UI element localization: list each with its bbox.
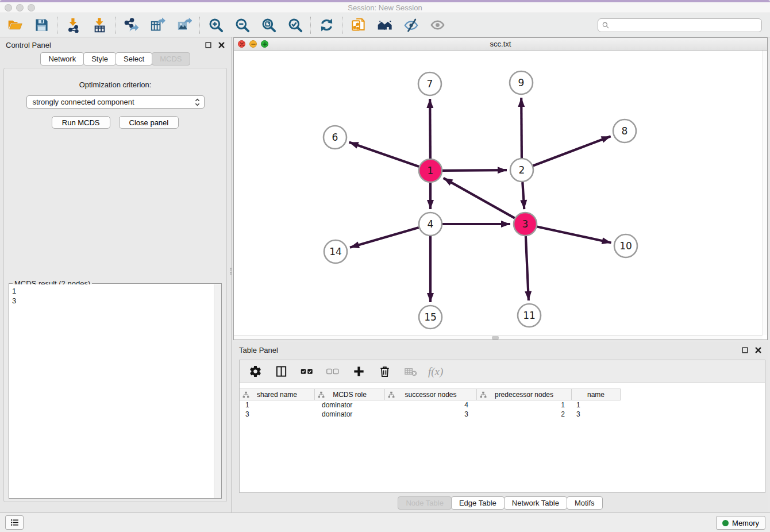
save-button[interactable] [32, 16, 51, 34]
column-header-shared-name[interactable]: shared name [240, 389, 315, 400]
mcds-result-group: MCDS result (2 nodes) 1 3 [9, 283, 222, 499]
refresh-button[interactable] [317, 16, 336, 34]
edge-2-9[interactable] [521, 98, 522, 158]
column-header-name[interactable]: name [572, 389, 621, 400]
close-panel-icon[interactable] [218, 41, 225, 49]
node-3[interactable]: 3 [514, 213, 537, 236]
column-header-successor-nodes[interactable]: successor nodes [385, 389, 477, 400]
node-1[interactable]: 1 [419, 159, 442, 182]
zoom-fit-button[interactable] [259, 16, 278, 34]
cell-name[interactable]: 3 [572, 410, 621, 419]
cell-successor-nodes[interactable]: 3 [385, 410, 477, 419]
tab-motifs[interactable]: Motifs [567, 496, 603, 510]
node-9[interactable]: 9 [510, 71, 533, 94]
cell-mcds-role[interactable]: dominator [315, 400, 385, 410]
node-8[interactable]: 8 [613, 119, 636, 142]
export-network-button[interactable] [122, 16, 140, 34]
float-table-panel-icon[interactable] [741, 346, 749, 354]
node-7[interactable]: 7 [418, 72, 441, 95]
clone-network-button[interactable] [349, 16, 367, 34]
import-table-button[interactable] [90, 16, 109, 34]
import-network-button[interactable] [64, 16, 82, 34]
run-mcds-button[interactable]: Run MCDS [52, 116, 110, 129]
delete-column-button[interactable] [376, 364, 392, 380]
edge-4-14[interactable] [350, 228, 419, 248]
edge-2-3[interactable] [522, 182, 524, 209]
network-canvas[interactable]: 1234678910111415 [234, 51, 767, 340]
tab-network-table[interactable]: Network Table [504, 496, 567, 510]
cell-mcds-role[interactable]: dominator [315, 410, 385, 419]
column-header-predecessor-nodes[interactable]: predecessor nodes [477, 389, 572, 400]
mcds-result-text[interactable]: 1 3 [9, 284, 214, 498]
zoom-network-button[interactable] [261, 40, 268, 48]
close-network-button[interactable] [238, 40, 245, 48]
cell-name[interactable]: 1 [572, 400, 621, 410]
tab-edge-table[interactable]: Edge Table [451, 496, 505, 510]
export-network-icon [124, 17, 139, 33]
gear-button[interactable] [247, 364, 263, 380]
show-graphics-button[interactable] [428, 16, 446, 34]
export-table-button[interactable] [148, 16, 167, 34]
search-input[interactable] [612, 21, 758, 29]
node-6[interactable]: 6 [324, 126, 346, 149]
cell-predecessor-nodes[interactable]: 2 [477, 410, 572, 419]
cell-shared-name[interactable]: 3 [240, 410, 315, 419]
table-row[interactable]: 1dominator411 [240, 400, 765, 410]
cell-successor-nodes[interactable]: 4 [385, 400, 477, 410]
cell-predecessor-nodes[interactable]: 1 [477, 400, 572, 410]
tab-select[interactable]: Select [116, 52, 152, 65]
search-box[interactable] [598, 18, 762, 32]
node-15[interactable]: 15 [419, 306, 442, 329]
edge-1-2[interactable] [442, 170, 507, 171]
network-horizontal-scrollbar[interactable] [234, 335, 763, 340]
selected-option: strongly connected component [33, 98, 194, 106]
hide-graphics-button[interactable] [402, 16, 420, 34]
home-icon [377, 17, 392, 33]
optimization-criterion-select[interactable]: strongly connected component [26, 95, 205, 109]
close-panel-button[interactable]: Close panel [119, 116, 179, 129]
tab-mcds[interactable]: MCDS [152, 52, 190, 65]
edge-1-6[interactable] [349, 142, 419, 167]
column-header-mcds-role[interactable]: MCDS role [315, 389, 385, 400]
task-history-button[interactable] [5, 515, 24, 530]
zoom-selected-button[interactable] [286, 16, 304, 34]
panel-splitter-handle[interactable] [230, 268, 232, 275]
tab-node-table[interactable]: Node Table [398, 496, 452, 510]
minimize-network-button[interactable] [249, 40, 257, 48]
zoom-fit-icon [261, 17, 276, 33]
node-10[interactable]: 10 [614, 234, 637, 257]
zoom-out-button[interactable] [233, 16, 251, 34]
edge-3-1[interactable] [444, 178, 515, 218]
import-table-icon [92, 17, 107, 33]
edge-1-7[interactable] [430, 99, 430, 159]
memory-button[interactable]: Memory [716, 516, 765, 530]
network-window-titlebar[interactable]: scc.txt [234, 38, 767, 51]
edge-3-10[interactable] [537, 227, 611, 243]
node-2[interactable]: 2 [510, 159, 533, 182]
node-4[interactable]: 4 [419, 213, 442, 236]
select-all-button[interactable] [299, 364, 315, 380]
add-column-button[interactable] [351, 364, 367, 380]
scrollbar-thumb[interactable] [492, 336, 499, 340]
float-panel-icon[interactable] [205, 41, 212, 49]
close-table-panel-icon[interactable] [754, 346, 762, 354]
export-image-button[interactable] [175, 16, 193, 34]
columns-button[interactable] [273, 364, 289, 380]
export-table-icon [150, 17, 165, 33]
open-folder-button[interactable] [6, 16, 24, 34]
node-11[interactable]: 11 [518, 304, 541, 327]
column-hierarchy-icon [480, 391, 487, 398]
deselect-all-button[interactable] [325, 364, 341, 380]
network-vertical-scrollbar[interactable] [763, 51, 767, 335]
home-button[interactable] [375, 16, 394, 34]
cell-shared-name[interactable]: 1 [240, 400, 315, 410]
edge-2-8[interactable] [533, 136, 611, 165]
table-row[interactable]: 3dominator323 [240, 410, 765, 419]
tab-style[interactable]: Style [83, 52, 116, 65]
delete-table-button[interactable] [402, 364, 418, 380]
zoom-in-button[interactable] [206, 16, 225, 34]
result-scrollbar[interactable] [214, 284, 221, 498]
edge-3-11[interactable] [526, 236, 529, 300]
node-14[interactable]: 14 [324, 240, 347, 263]
tab-network[interactable]: Network [40, 52, 84, 65]
